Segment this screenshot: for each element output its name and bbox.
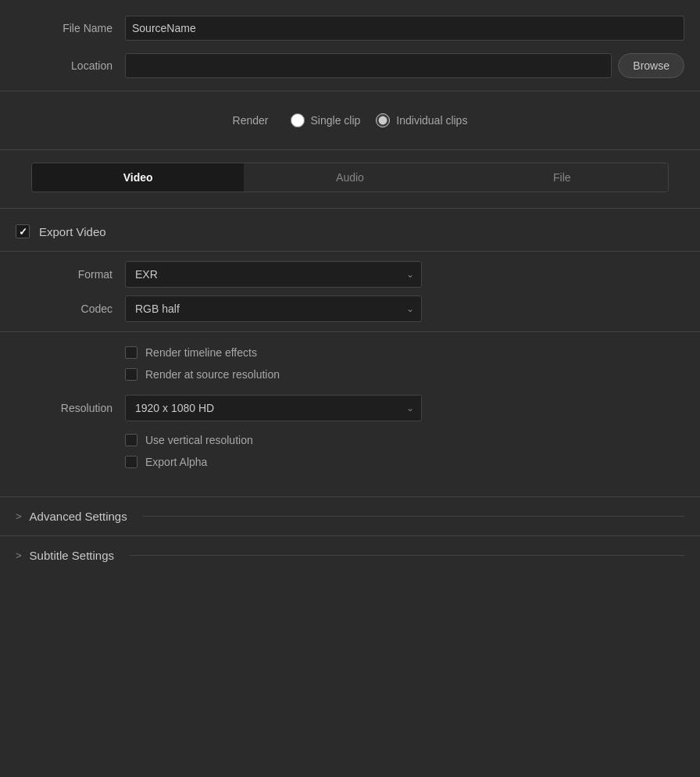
subtitle-settings-section[interactable]: > Subtitle Settings: [0, 535, 700, 575]
tab-audio[interactable]: Audio: [244, 163, 455, 192]
subtitle-settings-chevron: >: [16, 550, 22, 561]
subtitle-settings-divider: [130, 555, 684, 556]
export-alpha-checkbox[interactable]: [125, 456, 138, 468]
format-select[interactable]: EXR MP4 MOV AVI: [125, 261, 422, 288]
advanced-settings-section[interactable]: > Advanced Settings: [0, 496, 700, 535]
export-video-checkbox[interactable]: [16, 224, 30, 238]
codec-select[interactable]: RGB half RGB full RGBA half RGBA full: [125, 295, 422, 322]
render-at-source-checkbox[interactable]: [125, 368, 138, 381]
format-label: Format: [16, 268, 125, 281]
export-alpha-label: Export Alpha: [145, 456, 207, 468]
advanced-settings-chevron: >: [16, 510, 22, 522]
individual-clips-label: Individual clips: [396, 114, 467, 127]
individual-clips-option[interactable]: Individual clips: [376, 113, 467, 127]
single-clip-label: Single clip: [311, 114, 361, 127]
subtitle-settings-title: Subtitle Settings: [30, 549, 114, 562]
codec-label: Codec: [16, 303, 125, 315]
render-label: Render: [233, 114, 269, 127]
export-video-label: Export Video: [39, 225, 106, 238]
resolution-label: Resolution: [16, 402, 125, 414]
browse-button[interactable]: Browse: [618, 53, 684, 78]
resolution-select[interactable]: 1920 x 1080 HD 1280 x 720 HD 3840 x 2160…: [125, 395, 422, 421]
advanced-settings-divider: [143, 516, 684, 517]
location-input[interactable]: [125, 53, 612, 78]
render-at-source-label: Render at source resolution: [145, 368, 280, 381]
render-timeline-effects-checkbox[interactable]: [125, 346, 138, 359]
tab-video[interactable]: Video: [32, 163, 244, 192]
file-name-input[interactable]: [125, 16, 684, 41]
tab-file[interactable]: File: [456, 163, 668, 192]
single-clip-option[interactable]: Single clip: [291, 113, 361, 127]
file-name-label: File Name: [16, 22, 125, 34]
individual-clips-radio[interactable]: [376, 113, 390, 127]
single-clip-radio[interactable]: [291, 113, 305, 127]
render-timeline-effects-label: Render timeline effects: [145, 346, 257, 359]
use-vertical-resolution-checkbox[interactable]: [125, 434, 138, 446]
location-label: Location: [16, 59, 125, 72]
use-vertical-resolution-label: Use vertical resolution: [145, 434, 253, 446]
advanced-settings-title: Advanced Settings: [30, 510, 127, 523]
tabs-container: Video Audio File: [31, 163, 669, 192]
